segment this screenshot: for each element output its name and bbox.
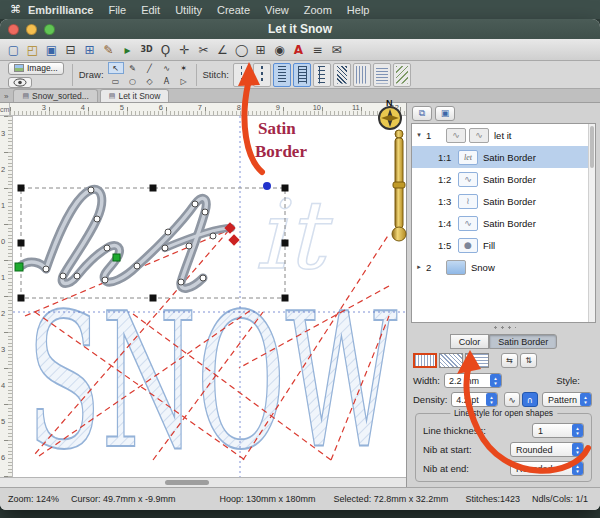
satin-border-button[interactable] (293, 63, 311, 87)
tree-row-1-5[interactable]: 1:5 ● Fill (412, 234, 595, 256)
save-design-icon[interactable]: ▣ (43, 41, 60, 58)
line-style-arc-button[interactable]: ∩ (522, 392, 538, 407)
merge-design-icon[interactable]: ⊞ (81, 41, 98, 58)
satin-pattern-1-button[interactable] (413, 353, 437, 368)
flip-vertical-button[interactable]: ⇅ (520, 353, 537, 368)
new-design-icon[interactable]: ▢ (5, 41, 22, 58)
overview-icon[interactable]: ◉ (271, 41, 288, 58)
object-view-button[interactable]: ▣ (435, 106, 455, 121)
design-canvas[interactable]: it SNOW (13, 116, 406, 477)
apple-menu-icon[interactable]: ⌘ (10, 3, 24, 16)
line-style-wave-button[interactable]: ∿ (504, 392, 520, 407)
hoop-icon[interactable]: ◯ (233, 41, 250, 58)
scrollbar-thumb[interactable] (590, 126, 594, 168)
nib-start-dropdown[interactable]: Rounded ▲▼ (510, 442, 584, 457)
menu-item[interactable]: Edit (141, 4, 160, 16)
title-bar[interactable]: Let it Snow (0, 19, 600, 39)
minimize-window-button[interactable] (26, 24, 37, 35)
end-point-marker[interactable] (263, 182, 271, 190)
menu-item[interactable]: Create (217, 4, 250, 16)
image-button[interactable]: Image... (8, 62, 64, 75)
pattern-dropdown[interactable]: Pattern ▲▼ (542, 392, 592, 407)
toolbar-divider (196, 64, 197, 86)
menu-item[interactable]: Embrilliance (28, 4, 93, 16)
notes-icon[interactable]: ✎ (100, 41, 117, 58)
menu-item[interactable]: View (265, 4, 289, 16)
horizontal-scrollbar[interactable] (0, 477, 406, 487)
menu-item[interactable]: File (108, 4, 126, 16)
rectangle-tool[interactable]: ▭ (108, 75, 124, 87)
tree-row-1-1[interactable]: 1:1 let Satin Border (412, 146, 595, 168)
nib-end-dropdown[interactable]: Rounded ▲▼ (510, 461, 584, 476)
stepper-ar rows-icon[interactable]: ▲▼ (486, 393, 497, 406)
move-tool-icon[interactable]: ✛ (176, 41, 193, 58)
design-pages-button[interactable]: ⧉ (412, 106, 432, 121)
tab-satin-border[interactable]: Satin Border (489, 334, 557, 349)
satin-column-button[interactable] (273, 63, 291, 87)
bean-stitch-button[interactable] (253, 63, 271, 87)
show-image-button[interactable] (8, 77, 32, 88)
curve-tool[interactable]: ∿ (159, 62, 175, 74)
ellipse-tool[interactable]: ○ (125, 75, 141, 87)
grid-icon[interactable]: ⊞ (252, 41, 269, 58)
start-point-marker[interactable] (15, 263, 23, 271)
print-icon[interactable]: ⊟ (62, 41, 79, 58)
disclosure-icon[interactable]: ▸ (415, 263, 423, 271)
applique-button[interactable] (393, 63, 411, 87)
3d-view-icon[interactable]: 3D (138, 41, 155, 58)
close-window-button[interactable] (8, 24, 19, 35)
scissors-icon[interactable]: ✂ (195, 41, 212, 58)
scrollbar-thumb[interactable] (165, 480, 209, 485)
horizontal-ruler: 3456789101112 (10, 103, 414, 116)
tree-row-1-3[interactable]: 1:3 ≀ Satin Border (412, 190, 595, 212)
polygon-tool[interactable]: ◇ (142, 75, 158, 87)
running-stitch-button[interactable] (233, 63, 251, 87)
zoom-window-button[interactable] (44, 24, 55, 35)
fill-stitch-button[interactable] (353, 63, 371, 87)
tab-overflow-icon[interactable]: » (2, 92, 11, 102)
satin-pattern-2-button[interactable] (439, 353, 463, 368)
panel-splitter[interactable] (407, 323, 600, 331)
image-icon (14, 64, 24, 72)
flip-horizontal-button[interactable]: ⇆ (501, 353, 518, 368)
disclosure-icon[interactable]: ▾ (415, 131, 423, 139)
motif-stitch-button[interactable] (333, 63, 351, 87)
menu-item[interactable]: Help (347, 4, 370, 16)
measure-icon[interactable]: ∠ (214, 41, 231, 58)
object-label: Satin Border (483, 218, 536, 229)
tree-scrollbar[interactable] (588, 124, 595, 322)
stepper-arrows-icon[interactable]: ▲▼ (490, 374, 501, 387)
object-thumbnail (446, 260, 466, 275)
tree-row-group-1[interactable]: ▾ 1 ∿ ∿ let it (412, 124, 595, 146)
tab-let-it-snow[interactable]: ▤ Let it Snow (100, 89, 170, 102)
letters-tool-icon[interactable]: A (290, 41, 307, 58)
stitch-simulator-icon[interactable]: ▸ (119, 41, 136, 58)
open-design-icon[interactable]: ◰ (24, 41, 41, 58)
mid-point-marker[interactable] (113, 254, 120, 261)
magic-tool[interactable]: ✶ (176, 62, 192, 74)
node-diamond-markers[interactable] (224, 222, 239, 245)
line-tool[interactable]: ╱ (142, 62, 158, 74)
line-thickness-dropdown[interactable]: 1 ▲▼ (532, 423, 584, 438)
design-notes-icon[interactable]: ✉ (328, 41, 345, 58)
tab-color[interactable]: Color (450, 334, 490, 349)
select-tool[interactable]: ↖ (108, 62, 124, 74)
density-stepper[interactable]: 4.2 pt ▲▼ (451, 392, 498, 407)
width-stepper[interactable]: 2.2 mm ▲▼ (444, 373, 502, 388)
blanket-stitch-button[interactable] (313, 63, 331, 87)
zoom-tool-icon[interactable]: Ϙ (157, 41, 174, 58)
tree-row-1-4[interactable]: 1:4 ∿ Satin Border (412, 212, 595, 234)
tree-row-1-2[interactable]: 1:2 ∿ Satin Border (412, 168, 595, 190)
status-needles: Ndls/Cols: 1/1 (532, 494, 588, 504)
menu-item[interactable]: Utility (175, 4, 202, 16)
satin-pattern-3-button[interactable] (465, 353, 489, 368)
pencil-tool[interactable]: ✎ (125, 62, 141, 74)
text-tool[interactable]: A (159, 75, 175, 87)
object-properties-icon[interactable]: ≡ (309, 41, 326, 58)
tree-row-group-2[interactable]: ▸ 2 Snow (412, 256, 595, 278)
node-edit-tool[interactable]: ▷ (176, 75, 192, 87)
menu-items: EmbrillianceFileEditUtilityCreateViewZoo… (28, 4, 369, 16)
menu-item[interactable]: Zoom (304, 4, 332, 16)
contour-fill-button[interactable] (373, 63, 391, 87)
tab-snow-sorted[interactable]: ▤ Snow_sorted... (13, 89, 97, 102)
